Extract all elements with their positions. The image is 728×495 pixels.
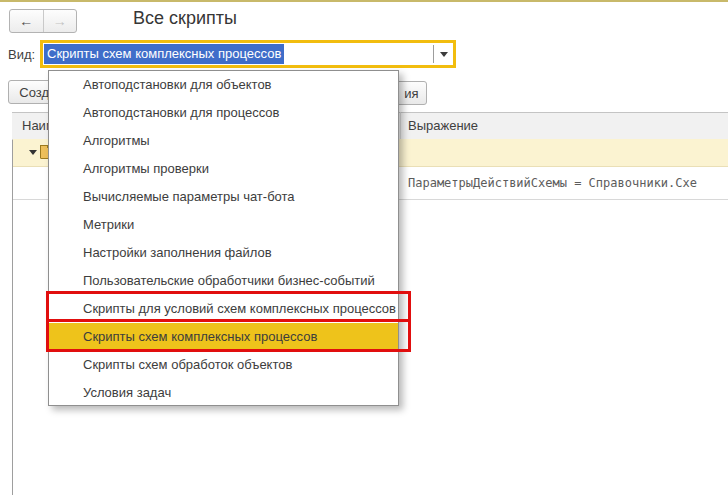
forward-button[interactable]: → (44, 10, 77, 32)
expression-cell: ПараметрыДействийСхемы = Справочники.Схе (408, 176, 697, 190)
dropdown-item-algorithms[interactable]: Алгоритмы (49, 127, 398, 155)
window-top-strip (0, 0, 728, 2)
view-filter-dropdown-list: Автоподстановки для объектов Автоподстан… (48, 70, 399, 406)
dropdown-item-business-events[interactable]: Пользовательские обработчики бизнес-собы… (49, 267, 398, 295)
view-filter-label: Вид: (8, 47, 35, 62)
dropdown-item-task-conditions[interactable]: Условия задач (49, 379, 398, 407)
all-scripts-window: ← → Все скрипты Вид: Скрипты схем компле… (0, 0, 728, 495)
dropdown-item-file-fill-settings[interactable]: Настройки заполнения файлов (49, 239, 398, 267)
dropdown-item-check-algorithms[interactable]: Алгоритмы проверки (49, 155, 398, 183)
dropdown-item-condition-scripts[interactable]: Скрипты для условий схем комплексных про… (49, 295, 398, 323)
dropdown-item-complex-process-scripts[interactable]: Скрипты схем комплексных процессов (49, 323, 398, 351)
page-title: Все скрипты (133, 8, 237, 29)
dropdown-item-metrics[interactable]: Метрики (49, 211, 398, 239)
forward-arrow-icon: → (53, 13, 67, 29)
dropdown-item-object-processing-scripts[interactable]: Скрипты схем обработок объектов (49, 351, 398, 379)
dropdown-item-autosubst-processes[interactable]: Автоподстановки для процессов (49, 99, 398, 127)
expand-arrow-icon[interactable] (29, 150, 37, 155)
view-filter-combobox[interactable]: Скрипты схем комплексных процессов (40, 40, 456, 68)
combobox-selected-value: Скрипты схем комплексных процессов (44, 44, 284, 64)
history-nav-group: ← → (9, 9, 77, 33)
back-button[interactable]: ← (10, 10, 44, 32)
column-header-expression[interactable]: Выражение (408, 113, 478, 139)
dropdown-item-chatbot-params[interactable]: Вычисляемые параметры чат-бота (49, 183, 398, 211)
combobox-spacer (284, 43, 433, 65)
clipped-toolbar-button[interactable]: ия (396, 81, 427, 105)
chevron-down-icon (440, 52, 448, 57)
dropdown-item-autosubst-objects[interactable]: Автоподстановки для объектов (49, 71, 398, 99)
back-arrow-icon: ← (19, 13, 33, 29)
combobox-dropdown-button[interactable] (434, 43, 453, 65)
